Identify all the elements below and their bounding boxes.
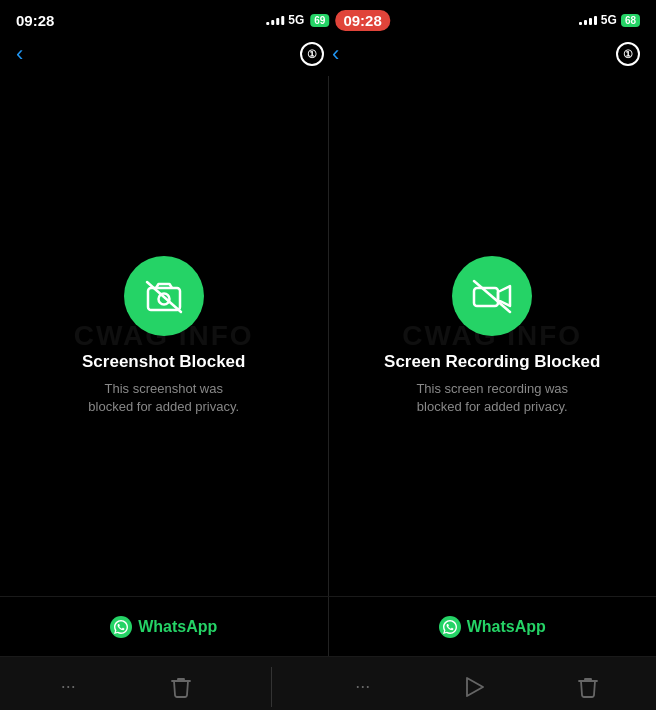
status-center: 5G 69 09:28 — [266, 10, 390, 31]
signal-dots-right — [579, 16, 597, 25]
main-content: CWAG INFO Screenshot Blocked This screen… — [0, 76, 656, 596]
signal-dot-4 — [281, 16, 284, 25]
screenshot-blocked-panel: CWAG INFO Screenshot Blocked This screen… — [0, 76, 329, 596]
svg-point-5 — [110, 616, 132, 638]
back-button-left[interactable]: ‹ — [16, 41, 23, 67]
nav-bar: ‹ ① ‹ ① — [0, 36, 656, 76]
video-off-svg — [470, 274, 514, 318]
battery-badge-right: 68 — [621, 14, 640, 27]
whatsapp-label-left: WhatsApp — [138, 618, 217, 636]
status-bar: 09:28 5G 69 09:28 5G 68 — [0, 0, 656, 36]
recording-blocked-panel: CWAG INFO Screen Recording Blocked This … — [329, 76, 657, 596]
status-time-center: 09:28 — [335, 10, 389, 31]
nav-badge-1: ① — [300, 42, 324, 66]
screenshot-blocked-title: Screenshot Blocked — [82, 352, 245, 372]
5g-label-right: 5G — [601, 13, 617, 27]
svg-point-6 — [439, 616, 461, 638]
toolbar-divider — [271, 667, 272, 707]
svg-line-2 — [147, 282, 181, 312]
video-off-icon-circle — [452, 256, 532, 336]
camera-off-svg — [142, 274, 186, 318]
whatsapp-label-right: WhatsApp — [467, 618, 546, 636]
5g-label-center: 5G — [288, 13, 304, 27]
camera-off-icon-circle — [124, 256, 204, 336]
signal-dot-r2 — [584, 20, 587, 25]
brand-item-left: WhatsApp — [0, 597, 329, 656]
status-right: 5G 68 — [579, 13, 640, 27]
battery-badge-left: 69 — [310, 14, 329, 27]
bottom-toolbar: ··· ··· — [0, 656, 656, 710]
signal-dot-3 — [276, 18, 279, 25]
recording-blocked-title: Screen Recording Blocked — [384, 352, 600, 372]
brand-bar: WhatsApp WhatsApp — [0, 596, 656, 656]
signal-dots-center — [266, 16, 284, 25]
signal-dot-r4 — [594, 16, 597, 25]
signal-dot-r1 — [579, 22, 582, 25]
brand-item-right: WhatsApp — [329, 597, 657, 656]
more-options-right[interactable]: ··· — [341, 665, 385, 709]
play-button[interactable] — [453, 665, 497, 709]
signal-dot-r3 — [589, 18, 592, 25]
nav-badge-2: ① — [616, 42, 640, 66]
status-time-left: 09:28 — [16, 12, 54, 29]
whatsapp-logo-left — [110, 616, 132, 638]
signal-group-center: 5G — [266, 13, 304, 27]
recording-blocked-desc: This screen recording was blocked for ad… — [412, 380, 572, 416]
delete-right[interactable] — [566, 665, 610, 709]
svg-line-4 — [474, 281, 510, 312]
screenshot-blocked-desc: This screenshot was blocked for added pr… — [84, 380, 244, 416]
whatsapp-logo-right — [439, 616, 461, 638]
back-button-right[interactable]: ‹ — [332, 41, 339, 67]
signal-dot-1 — [266, 22, 269, 25]
signal-dot-2 — [271, 20, 274, 25]
more-options-left[interactable]: ··· — [46, 665, 90, 709]
delete-left[interactable] — [159, 665, 203, 709]
status-left: 09:28 — [16, 12, 54, 29]
